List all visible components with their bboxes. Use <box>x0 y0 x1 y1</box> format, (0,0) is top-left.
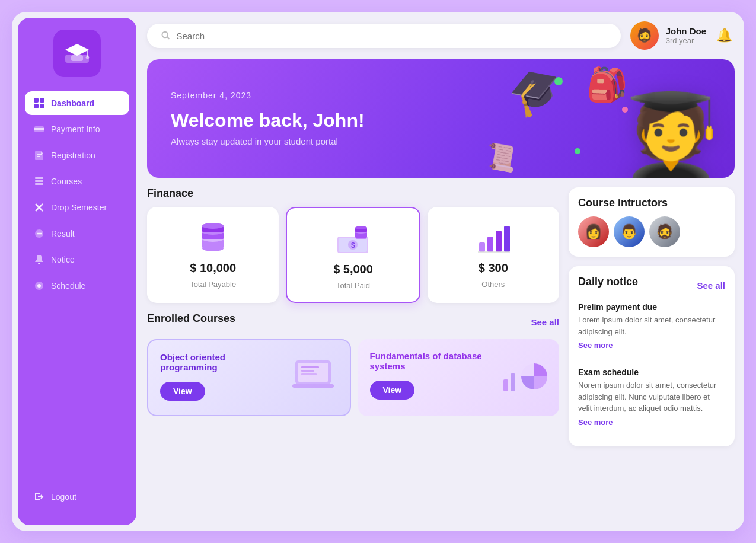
coin-stack-icon <box>194 219 232 257</box>
finance-amount-others: $ 300 <box>479 261 508 275</box>
instructor-2: 👨 <box>614 216 645 247</box>
sidebar-item-notice[interactable]: Notice <box>25 248 129 272</box>
app-container: Dashboard Payment Info Registration Cour… <box>12 12 744 531</box>
svg-rect-15 <box>35 183 43 185</box>
user-name: John Doe <box>666 26 706 36</box>
banner-subtitle: Always stay updated in your student port… <box>171 136 711 146</box>
instructors-title: Course intructors <box>578 197 725 209</box>
notification-button[interactable]: 🔔 <box>713 25 735 46</box>
svg-marker-1 <box>65 44 89 56</box>
sidebar-item-notice-label: Notice <box>51 255 75 264</box>
registration-icon <box>33 149 45 161</box>
finance-card-payable: $ 10,000 Total Payable <box>147 207 279 303</box>
instructor-1: 👩 <box>578 216 609 247</box>
finance-cards: $ 10,000 Total Payable $ <box>147 207 559 303</box>
graduation-icon <box>63 39 91 68</box>
instructor-3: 🧔 <box>649 216 680 247</box>
svg-rect-55 <box>503 379 508 391</box>
course-card-oop: Object oriented programming View <box>147 339 351 416</box>
user-details: John Doe 3rd year <box>666 26 706 45</box>
notices-section: Daily notice See all Prelim payment due … <box>569 266 735 446</box>
svg-rect-44 <box>496 231 502 252</box>
svg-rect-7 <box>34 104 39 108</box>
search-input[interactable] <box>176 31 606 41</box>
sidebar-item-payment-label: Payment Info <box>51 124 100 134</box>
payment-icon <box>33 123 45 135</box>
right-panel: Course intructors 👩 👨 🧔 Daily notice See… <box>569 187 735 446</box>
finance-label-paid: Total Paid <box>336 281 370 290</box>
svg-rect-52 <box>301 373 317 375</box>
notice-1-see-more[interactable]: See more <box>578 341 613 350</box>
svg-point-22 <box>37 284 41 288</box>
svg-rect-49 <box>298 363 328 382</box>
sidebar-item-payment[interactable]: Payment Info <box>25 117 129 141</box>
main-content: 🧔 John Doe 3rd year 🔔 September 4, 2023 … <box>142 12 744 531</box>
notice-1-text: Lorem ipsum dolor sit amet, consectetur … <box>578 314 725 337</box>
svg-rect-4 <box>71 55 83 61</box>
logout-icon <box>33 491 45 503</box>
sidebar-item-result-label: Result <box>51 229 75 238</box>
oop-view-button[interactable]: View <box>160 382 205 401</box>
finance-card-paid: $ $ 5,000 Total Paid <box>286 207 420 303</box>
sidebar: Dashboard Payment Info Registration Cour… <box>18 18 136 525</box>
dashboard-icon <box>33 97 45 109</box>
money-bag-icon: $ <box>334 220 372 258</box>
sidebar-item-schedule-label: Schedule <box>51 281 85 290</box>
search-bar[interactable] <box>147 24 621 48</box>
notices-title: Daily notice <box>578 276 638 288</box>
svg-text:$: $ <box>351 241 355 250</box>
bar-chart-icon <box>474 219 512 257</box>
sidebar-item-registration-label: Registration <box>51 151 95 160</box>
notice-icon <box>33 254 45 266</box>
sidebar-item-drop-label: Drop Semester <box>51 203 107 212</box>
sidebar-item-schedule[interactable]: Schedule <box>25 274 129 298</box>
sidebar-navigation: Dashboard Payment Info Registration Cour… <box>18 91 136 485</box>
left-panel: Finanace <box>147 187 559 446</box>
svg-rect-43 <box>487 237 493 252</box>
finance-section: Finanace <box>147 187 559 303</box>
finance-amount-paid: $ 5,000 <box>333 263 373 276</box>
svg-point-23 <box>162 32 168 38</box>
logout-button[interactable]: Logout <box>25 485 129 509</box>
notice-2-text: Norem ipsum dolor sit amet, consectetur … <box>578 379 725 414</box>
laptop-icon <box>289 356 343 400</box>
svg-rect-14 <box>35 180 43 182</box>
header: 🧔 John Doe 3rd year 🔔 <box>147 21 735 50</box>
svg-point-32 <box>202 223 224 229</box>
user-year: 3rd year <box>666 36 706 45</box>
banner-title: Welcome back, John! <box>171 110 711 132</box>
finance-label-payable: Total Payable <box>190 280 236 289</box>
course-card-db: Fundamentals of database systems View <box>358 339 560 416</box>
sidebar-item-dashboard[interactable]: Dashboard <box>25 91 129 115</box>
sidebar-item-result[interactable]: Result <box>25 222 129 245</box>
svg-rect-13 <box>35 177 43 179</box>
notices-header: Daily notice See all <box>578 276 725 295</box>
svg-rect-6 <box>40 98 44 103</box>
sidebar-item-drop[interactable]: Drop Semester <box>25 196 129 219</box>
svg-rect-8 <box>40 104 44 108</box>
sidebar-logo <box>53 30 101 77</box>
svg-rect-56 <box>511 373 515 391</box>
notice-2-title: Exam schedule <box>578 368 725 377</box>
drop-icon <box>33 202 45 213</box>
db-view-button[interactable]: View <box>370 381 415 400</box>
svg-point-41 <box>355 226 367 229</box>
svg-rect-10 <box>34 128 44 130</box>
enrolled-see-all[interactable]: See all <box>531 317 559 327</box>
sidebar-logout-area: Logout <box>18 485 136 513</box>
sidebar-item-registration[interactable]: Registration <box>25 143 129 167</box>
finance-amount-payable: $ 10,000 <box>190 261 236 275</box>
sidebar-item-courses[interactable]: Courses <box>25 170 129 193</box>
sidebar-item-dashboard-label: Dashboard <box>51 98 94 108</box>
courses-icon <box>33 175 45 187</box>
enrolled-header: Enrolled Courses See all <box>147 312 559 332</box>
svg-rect-51 <box>301 370 314 372</box>
enrolled-section: Enrolled Courses See all Object oriented… <box>147 312 559 416</box>
svg-rect-45 <box>504 226 510 252</box>
notice-item-1: Prelim payment due Lorem ipsum dolor sit… <box>578 302 725 350</box>
notice-2-see-more[interactable]: See more <box>578 418 613 427</box>
notices-see-all[interactable]: See all <box>697 280 725 290</box>
banner-date: September 4, 2023 <box>171 91 711 100</box>
svg-rect-20 <box>38 263 40 264</box>
instructor-avatars: 👩 👨 🧔 <box>578 216 725 247</box>
